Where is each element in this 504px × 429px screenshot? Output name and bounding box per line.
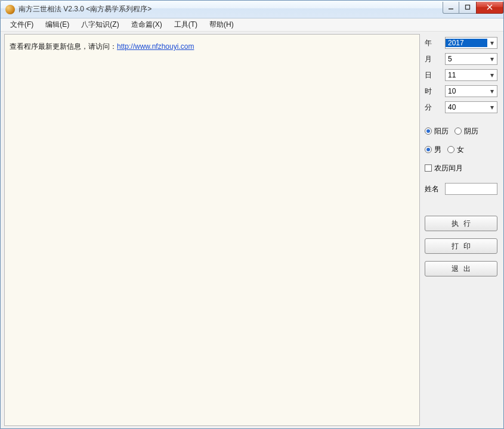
exit-button[interactable]: 退出 (425, 261, 497, 276)
side-panel: 年 2017 ▾ 月 5 ▾ 日 11 ▾ (420, 32, 503, 428)
body: 查看程序最新更新信息，请访问：http://www.nfzhouyi.com 年… (1, 32, 503, 428)
print-button[interactable]: 打印 (425, 238, 497, 254)
window-title: 南方三世相法 V2.3.0 <南方易学系列程序> (18, 4, 443, 14)
app-window: 南方三世相法 V2.3.0 <南方易学系列程序> 文件(F) 编辑(E) 八字知… (0, 0, 504, 429)
name-row: 姓名 (425, 183, 497, 195)
hour-label: 时 (425, 86, 441, 97)
menubar: 文件(F) 编辑(E) 八字知识(Z) 造命篇(X) 工具(T) 帮助(H) (1, 18, 503, 32)
update-link[interactable]: http://www.nfzhouyi.com (117, 42, 194, 51)
minute-row: 分 40 ▾ (425, 101, 497, 114)
maximize-button[interactable] (459, 2, 477, 14)
minute-combo[interactable]: 40 ▾ (445, 101, 497, 113)
chevron-down-icon: ▾ (487, 71, 497, 79)
female-label: 女 (457, 145, 464, 155)
name-label: 姓名 (425, 184, 441, 194)
minimize-button[interactable] (443, 2, 459, 14)
update-info-text: 查看程序最新更新信息，请访问： (10, 42, 117, 51)
day-value: 11 (446, 71, 487, 79)
month-combo[interactable]: 5 ▾ (445, 53, 497, 65)
app-icon (5, 5, 15, 14)
radio-icon (454, 128, 462, 135)
close-button[interactable] (476, 2, 503, 14)
calendar-radio-group: 阳历 阴历 (425, 125, 497, 137)
day-row: 日 11 ▾ (425, 69, 497, 82)
male-radio[interactable]: 男 (425, 145, 441, 155)
lunar-radio[interactable]: 阴历 (454, 126, 478, 136)
radio-icon (425, 128, 432, 135)
year-value: 2017 (446, 39, 487, 47)
action-buttons: 执行 打印 退出 (425, 216, 497, 276)
solar-label: 阳历 (434, 126, 449, 136)
chevron-down-icon: ▾ (487, 103, 497, 111)
leap-month-checkbox[interactable]: 农历闰月 (425, 163, 463, 173)
close-icon (487, 4, 493, 10)
day-label: 日 (425, 70, 441, 80)
menu-zaoming[interactable]: 造命篇(X) (125, 18, 168, 32)
menu-help[interactable]: 帮助(H) (203, 18, 240, 32)
leap-month-row: 农历闰月 (425, 162, 497, 174)
year-combo[interactable]: 2017 ▾ (445, 37, 497, 49)
minute-value: 40 (446, 103, 487, 111)
month-row: 月 5 ▾ (425, 52, 497, 66)
menu-tools[interactable]: 工具(T) (168, 18, 203, 32)
lunar-label: 阴历 (464, 126, 478, 136)
minimize-icon (448, 4, 454, 10)
menu-bazi[interactable]: 八字知识(Z) (75, 18, 125, 32)
svg-rect-1 (466, 5, 470, 10)
name-input[interactable] (445, 183, 497, 195)
checkbox-icon (425, 164, 432, 172)
chevron-down-icon: ▾ (487, 39, 497, 47)
titlebar: 南方三世相法 V2.3.0 <南方易学系列程序> (1, 1, 503, 18)
hour-row: 时 10 ▾ (425, 85, 497, 98)
main-text-area[interactable]: 查看程序最新更新信息，请访问：http://www.nfzhouyi.com (4, 34, 420, 426)
radio-icon (447, 146, 454, 153)
male-label: 男 (434, 145, 441, 155)
menu-edit[interactable]: 编辑(E) (39, 18, 75, 32)
year-row: 年 2017 ▾ (425, 36, 497, 49)
gender-radio-group: 男 女 (425, 144, 497, 156)
month-label: 月 (425, 54, 441, 64)
radio-icon (425, 146, 432, 153)
hour-combo[interactable]: 10 ▾ (445, 85, 497, 97)
window-controls (443, 2, 503, 14)
year-label: 年 (425, 38, 441, 48)
month-value: 5 (446, 55, 487, 63)
chevron-down-icon: ▾ (487, 87, 497, 95)
leap-month-label: 农历闰月 (434, 163, 463, 173)
run-button[interactable]: 执行 (425, 216, 497, 231)
hour-value: 10 (446, 87, 487, 95)
maximize-icon (465, 4, 471, 10)
menu-file[interactable]: 文件(F) (4, 18, 39, 32)
chevron-down-icon: ▾ (487, 55, 497, 63)
minute-label: 分 (425, 102, 441, 113)
female-radio[interactable]: 女 (447, 145, 464, 155)
solar-radio[interactable]: 阳历 (425, 126, 449, 136)
day-combo[interactable]: 11 ▾ (445, 69, 497, 81)
